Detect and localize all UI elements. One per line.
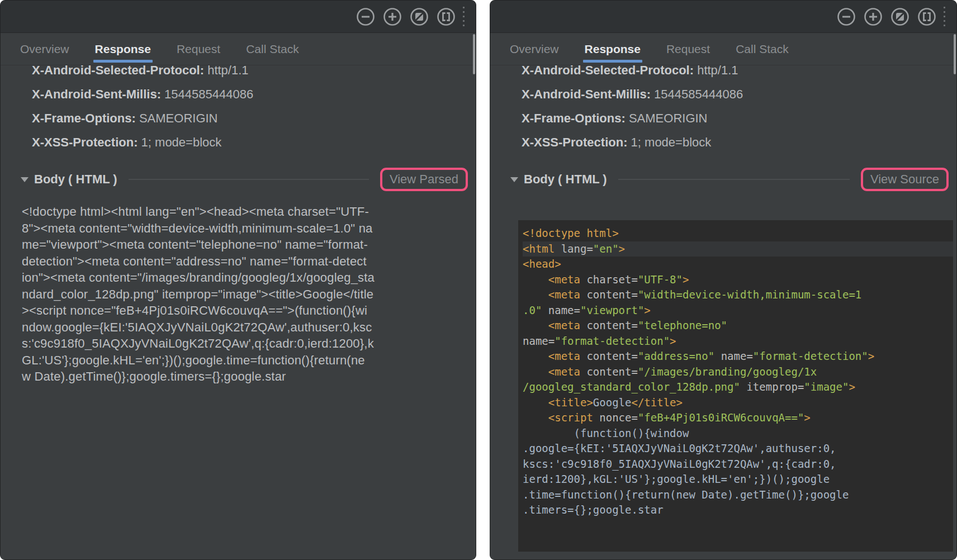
- code-line: <head>: [523, 257, 953, 272]
- zoom-in-icon[interactable]: [383, 7, 402, 26]
- code-line: <meta content="address=no" name="format-…: [523, 349, 953, 364]
- header-label: X-XSS-Protection: [522, 135, 623, 150]
- tab-overview[interactable]: Overview: [20, 33, 69, 65]
- view-source-button[interactable]: View Source: [861, 168, 949, 191]
- header-label: X-Frame-Options: [522, 111, 621, 126]
- header-value: http/1.1: [697, 65, 738, 78]
- code-line: <script nonce="feB+4Pj01s0iRCW6couvqA=="…: [523, 410, 953, 426]
- header-row: X-XSS-Protection: 1; mode=block: [1, 130, 476, 154]
- tab-request[interactable]: Request: [666, 33, 710, 65]
- header-row: X-Frame-Options: SAMEORIGIN: [1, 106, 476, 130]
- code-line: (function(){window: [523, 426, 953, 442]
- code-line: name="format-detection">: [523, 334, 953, 349]
- zoom-to-selection-icon[interactable]: [917, 7, 936, 26]
- reset-zoom-icon[interactable]: [890, 7, 909, 26]
- section-divider: [129, 179, 369, 180]
- body-text-line: me="viewport"><meta content="telephone=n…: [22, 236, 457, 253]
- code-line: .time=function(){return(new Date).getTim…: [523, 487, 953, 503]
- right-code-lines: <!doctype html><html lang="en"><head> <m…: [518, 220, 953, 552]
- tab-call-stack[interactable]: Call Stack: [736, 33, 789, 65]
- header-value: 1; mode=block: [141, 135, 222, 150]
- tab-request[interactable]: Request: [177, 33, 220, 65]
- header-row: X-Android-Sent-Millis: 1544585444086: [1, 82, 476, 106]
- response-content: X-Android-Selected-Protocol: http/1.1 X-…: [490, 65, 956, 559]
- drag-grip-icon[interactable]: [944, 7, 945, 29]
- header-label: X-Android-Sent-Millis: [522, 87, 647, 102]
- header-value: SAMEORIGIN: [139, 111, 218, 126]
- tab-overview[interactable]: Overview: [510, 33, 559, 65]
- body-text-line: ndow.google={kEI:'5IAQXJyVNaiL0gK2t72QAw…: [22, 319, 457, 336]
- header-label: X-Android-Selected-Protocol: [32, 65, 200, 78]
- tab-response[interactable]: Response: [95, 33, 151, 65]
- zoom-in-icon[interactable]: [864, 7, 883, 26]
- header-row: X-Android-Sent-Millis: 1544585444086: [490, 82, 956, 106]
- detail-tabs: Overview Response Request Call Stack: [1, 33, 476, 65]
- view-parsed-button[interactable]: View Parsed: [380, 168, 468, 191]
- section-divider: [618, 179, 850, 180]
- body-text-line: w Date).getTime()};google.timers={};goog…: [22, 368, 457, 385]
- drag-grip-icon[interactable]: [463, 7, 465, 29]
- detail-tabs: Overview Response Request Call Stack: [490, 33, 956, 65]
- code-line: <meta content="/images/branding/googleg/…: [523, 364, 953, 380]
- body-section-title: Body ( HTML ): [34, 172, 117, 187]
- collapse-triangle-icon[interactable]: [510, 177, 518, 182]
- collapse-triangle-icon[interactable]: [21, 177, 29, 182]
- code-line: <!doctype html>: [523, 226, 953, 241]
- header-label: X-Android-Selected-Protocol: [522, 65, 690, 78]
- code-line: <title>Google</title>: [523, 395, 953, 411]
- profiler-toolbar: [1, 1, 476, 33]
- header-value: http/1.1: [207, 65, 248, 78]
- code-line: <meta content="telephone=no": [523, 318, 953, 334]
- body-text-line: <!doctype html><html lang="en"><head><me…: [22, 203, 457, 220]
- header-value: 1; mode=block: [631, 135, 712, 150]
- body-text-line: GL:'US'};google.kHL='en';})();google.tim…: [22, 352, 457, 369]
- code-line: <meta content="width=device-width,minimu…: [523, 287, 953, 303]
- zoom-to-selection-icon[interactable]: [437, 7, 456, 26]
- header-value: 1544585444086: [654, 87, 743, 102]
- left-body-text: <!doctype html><html lang="en"><head><me…: [22, 203, 457, 385]
- header-value: SAMEORIGIN: [629, 111, 708, 126]
- scrollbar-thumb[interactable]: [954, 34, 956, 74]
- header-label: X-Frame-Options: [32, 111, 131, 126]
- profiler-toolbar: [490, 1, 956, 33]
- header-row: X-Android-Selected-Protocol: http/1.1: [490, 65, 956, 82]
- code-line: .0" name="viewport">: [523, 303, 953, 319]
- body-text-line: ndard_color_128dp.png" itemprop="image">…: [22, 286, 457, 303]
- response-content: X-Android-Selected-Protocol: http/1.1 X-…: [1, 65, 476, 559]
- body-text-line: s:'c9c918f0_5IAQXJyVNaiL0gK2t72QAw',q:{c…: [22, 335, 457, 352]
- header-label: X-XSS-Protection: [32, 135, 134, 150]
- code-line: /googleg_standard_color_128dp.png" itemp…: [523, 379, 953, 395]
- body-text-line: detection"><meta content="address=no" na…: [22, 253, 457, 270]
- body-section-header: Body ( HTML ) View Parsed: [1, 167, 476, 192]
- header-value: 1544585444086: [164, 87, 253, 102]
- code-line: .google={kEI:'5IAQXJyVNaiL0gK2t72QAw',au…: [523, 441, 953, 457]
- header-row: X-Frame-Options: SAMEORIGIN: [490, 106, 956, 130]
- body-text-line: 8"><meta content="width=device-width,min…: [22, 220, 457, 237]
- code-line: .timers={};google.star: [523, 502, 953, 518]
- header-row: X-Android-Selected-Protocol: http/1.1: [1, 65, 476, 82]
- network-inspector-panel-parsed: Overview Response Request Call Stack X-A…: [0, 0, 476, 560]
- zoom-out-icon[interactable]: [837, 7, 856, 26]
- code-line: ierd:1200},kGL:'US'};google.kHL='en';})(…: [523, 472, 953, 487]
- body-section-header: Body ( HTML ) View Source: [490, 167, 956, 192]
- zoom-out-icon[interactable]: [356, 7, 375, 26]
- tab-response[interactable]: Response: [585, 33, 641, 65]
- reset-zoom-icon[interactable]: [410, 7, 429, 26]
- scrollbar-thumb[interactable]: [473, 34, 475, 74]
- code-line: <meta charset="UTF-8">: [523, 272, 953, 288]
- network-inspector-panel-source: Overview Response Request Call Stack X-A…: [490, 0, 957, 560]
- body-text-line: ion"><meta content="/images/branding/goo…: [22, 269, 457, 286]
- body-section-title: Body ( HTML ): [524, 172, 607, 187]
- header-label: X-Android-Sent-Millis: [32, 87, 157, 102]
- header-row: X-XSS-Protection: 1; mode=block: [490, 130, 956, 154]
- body-text-line: ><script nonce="feB+4Pj01s0iRCW6couvqA==…: [22, 302, 457, 319]
- code-line: <html lang="en">: [523, 241, 953, 257]
- code-line: kscs:'c9c918f0_5IAQXJyVNaiL0gK2t72QAw',q…: [523, 457, 953, 472]
- tab-call-stack[interactable]: Call Stack: [246, 33, 299, 65]
